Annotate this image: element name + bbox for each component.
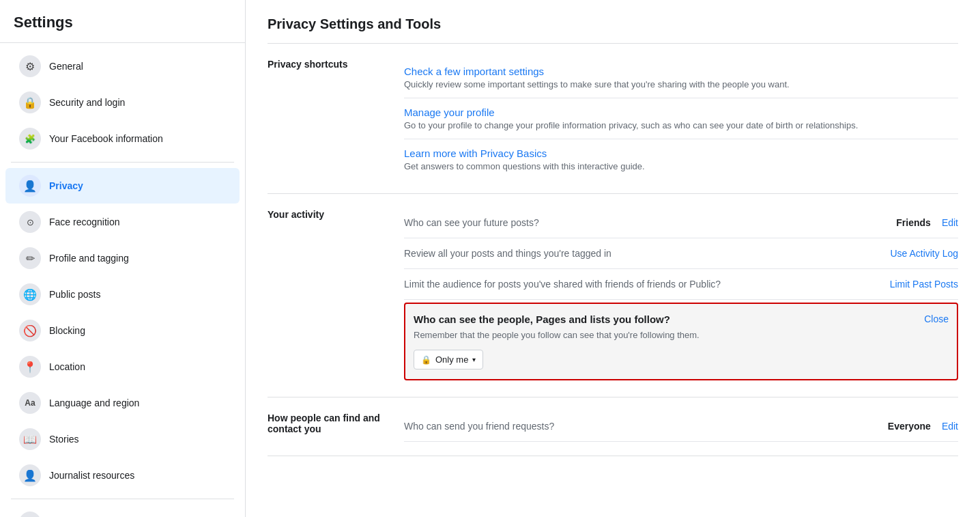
privacy-shortcuts-label: Privacy shortcuts xyxy=(268,57,404,180)
activity-row-future-posts: Who can see your future posts? Friends E… xyxy=(404,208,958,238)
your-activity-label: Your activity xyxy=(268,208,404,220)
how-people-find-section: How people can find and contact you Who … xyxy=(268,397,958,456)
sidebar-label-profile-tagging: Profile and tagging xyxy=(49,253,129,264)
sidebar: Settings ⚙ General 🔒 Security and login … xyxy=(0,0,246,517)
follow-desc: Remember that the people you follow can … xyxy=(414,329,700,341)
follow-close-action[interactable]: Close xyxy=(924,313,949,324)
stories-icon: 📖 xyxy=(19,428,41,450)
future-posts-value: Friends xyxy=(896,217,931,228)
shortcut-link-2[interactable]: Manage your profile xyxy=(404,107,958,118)
sidebar-item-blocking[interactable]: 🚫 Blocking xyxy=(5,313,240,348)
activity-row-follow-expanded: Who can see the people, Pages and lists … xyxy=(404,303,958,380)
future-posts-edit[interactable]: Edit xyxy=(942,217,958,228)
your-activity-section: Your activity Who can see your future po… xyxy=(268,194,958,397)
activity-log-action[interactable]: Use Activity Log xyxy=(890,248,958,259)
privacy-icon: 👤 xyxy=(19,175,41,197)
how-people-find-label: How people can find and contact you xyxy=(268,411,404,434)
sidebar-item-journalist[interactable]: 👤 Journalist resources xyxy=(5,458,240,493)
facebook-info-icon: 🧩 xyxy=(19,128,41,150)
sidebar-item-language[interactable]: Aa Language and region xyxy=(5,385,240,421)
sidebar-label-public-posts: Public posts xyxy=(49,289,100,300)
sidebar-divider-1 xyxy=(11,162,234,163)
follow-question: Who can see the people, Pages and lists … xyxy=(414,313,924,325)
sidebar-label-blocking: Blocking xyxy=(49,325,85,336)
sidebar-label-face-recognition: Face recognition xyxy=(49,216,120,227)
expanded-row-top: Who can see the people, Pages and lists … xyxy=(414,313,949,325)
page-title: Privacy Settings and Tools xyxy=(268,16,958,32)
activity-log-question: Review all your posts and things you're … xyxy=(404,248,890,259)
find-row-friend-requests: Who can send you friend requests? Everyo… xyxy=(404,411,958,442)
lock-icon: 🔒 xyxy=(421,355,431,365)
sidebar-label-general: General xyxy=(49,61,83,72)
sidebar-label-language: Language and region xyxy=(49,397,139,408)
sidebar-label-location: Location xyxy=(49,361,85,372)
sidebar-item-notifications[interactable]: 🔔 Notifications xyxy=(5,505,240,517)
shortcut-desc-2: Go to your profile to change your profil… xyxy=(404,120,958,130)
blocking-icon: 🚫 xyxy=(19,320,41,341)
activity-row-limit-posts: Limit the audience for posts you've shar… xyxy=(404,269,958,300)
only-me-button[interactable]: 🔒 Only me ▾ xyxy=(414,350,483,369)
location-icon: 📍 xyxy=(19,356,41,378)
how-people-find-content: Who can send you friend requests? Everyo… xyxy=(404,411,958,442)
shortcut-desc-1: Quickly review some important settings t… xyxy=(404,79,958,89)
sidebar-item-stories[interactable]: 📖 Stories xyxy=(5,421,240,457)
sidebar-item-profile-tagging[interactable]: ✏ Profile and tagging xyxy=(5,240,240,276)
limit-posts-question: Limit the audience for posts you've shar… xyxy=(404,279,890,290)
sidebar-item-facebook-info[interactable]: 🧩 Your Facebook information xyxy=(5,121,240,156)
friend-requests-value: Everyone xyxy=(888,421,931,432)
main-content: Privacy Settings and Tools Privacy short… xyxy=(246,0,980,517)
profile-tagging-icon: ✏ xyxy=(19,247,41,269)
sidebar-divider-2 xyxy=(11,499,234,499)
shortcut-link-3[interactable]: Learn more with Privacy Basics xyxy=(404,148,958,159)
your-activity-content: Who can see your future posts? Friends E… xyxy=(404,208,958,383)
privacy-shortcuts-section: Privacy shortcuts Check a few important … xyxy=(268,44,958,194)
shortcut-item-3: Learn more with Privacy Basics Get answe… xyxy=(404,139,958,180)
shortcut-item-2: Manage your profile Go to your profile t… xyxy=(404,98,958,139)
sidebar-item-general[interactable]: ⚙ General xyxy=(5,48,240,84)
notifications-icon: 🔔 xyxy=(19,512,41,517)
language-icon: Aa xyxy=(19,392,41,414)
sidebar-label-privacy: Privacy xyxy=(49,180,83,191)
sidebar-label-stories: Stories xyxy=(49,434,79,445)
sidebar-item-privacy[interactable]: 👤 Privacy xyxy=(5,168,240,204)
security-icon: 🔒 xyxy=(19,92,41,113)
sidebar-item-face-recognition[interactable]: ⊙ Face recognition xyxy=(5,204,240,240)
friend-requests-question: Who can send you friend requests? xyxy=(404,421,877,432)
shortcut-link-1[interactable]: Check a few important settings xyxy=(404,66,958,77)
sidebar-item-public-posts[interactable]: 🌐 Public posts xyxy=(5,277,240,312)
chevron-down-icon: ▾ xyxy=(472,356,476,363)
settings-title: Settings xyxy=(0,0,245,42)
public-posts-icon: 🌐 xyxy=(19,283,41,305)
shortcut-desc-3: Get answers to common questions with thi… xyxy=(404,161,958,171)
journalist-icon: 👤 xyxy=(19,464,41,486)
only-me-label: Only me xyxy=(435,354,468,365)
sidebar-item-location[interactable]: 📍 Location xyxy=(5,349,240,385)
privacy-shortcuts-content: Check a few important settings Quickly r… xyxy=(404,57,958,180)
shortcut-item-1: Check a few important settings Quickly r… xyxy=(404,57,958,98)
sidebar-label-security: Security and login xyxy=(49,97,125,108)
activity-row-activity-log: Review all your posts and things you're … xyxy=(404,238,958,269)
friend-requests-edit[interactable]: Edit xyxy=(942,421,958,432)
sidebar-top-divider xyxy=(0,42,245,43)
limit-posts-action[interactable]: Limit Past Posts xyxy=(890,279,958,290)
sidebar-label-facebook-info: Your Facebook information xyxy=(49,133,163,144)
general-icon: ⚙ xyxy=(19,55,41,77)
sidebar-label-journalist: Journalist resources xyxy=(49,470,134,481)
expanded-actions: Close xyxy=(924,313,949,324)
future-posts-question: Who can see your future posts? xyxy=(404,217,885,228)
sidebar-item-security[interactable]: 🔒 Security and login xyxy=(5,85,240,120)
face-recognition-icon: ⊙ xyxy=(19,211,41,233)
